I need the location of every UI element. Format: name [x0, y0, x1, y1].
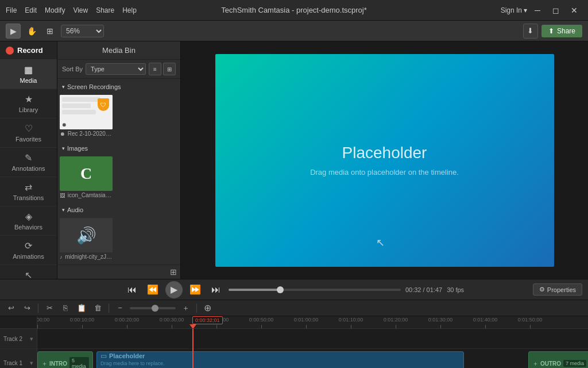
grid-toggle-button[interactable]: ⊞ — [170, 267, 177, 277]
redo-button[interactable]: ↪ — [21, 302, 33, 315]
track1-header: Track 1 ▾ — [0, 349, 37, 368]
properties-button[interactable]: ⚙ Properties — [533, 283, 582, 296]
timeline-scroll-area[interactable]: 0:00:32;01 0:00:00;00 0:00:10;00 0:00:20… — [37, 316, 588, 368]
go-to-end-button[interactable]: ⏭ — [208, 282, 224, 298]
sidebar-item-annotations[interactable]: ✎ Annotations — [0, 148, 57, 177]
sidebar-item-animations[interactable]: ⟳ Animations — [0, 236, 57, 265]
play-pause-button[interactable]: ▶ — [165, 281, 183, 298]
sort-bar: Sort By Type ≡ ⊞ — [57, 60, 180, 79]
main-area: Record ▦ Media ★ Library ♡ Favorites ✎ A… — [0, 41, 588, 279]
crop-tool-button[interactable]: ⊞ — [42, 24, 57, 39]
ruler-mark-2: 0:00:20;00 — [127, 320, 127, 328]
menu-modify[interactable]: Modify — [45, 6, 65, 14]
toolbar-right: ⬇ ⬆ Share — [523, 24, 582, 39]
image-label: 🖼 icon_Camtasia_51... — [60, 192, 113, 198]
transitions-icon: ⇄ — [25, 182, 32, 193]
window-controls: Sign In ▾ ─ ◻ ✕ — [501, 2, 582, 18]
audio-header[interactable]: ▾ Audio — [60, 204, 178, 216]
add-track-button[interactable]: ⊕ — [204, 302, 211, 313]
sidebar-item-favorites[interactable]: ♡ Favorites — [0, 118, 57, 148]
media-icon: ▦ — [24, 64, 33, 75]
image-item[interactable]: C 🖼 icon_Camtasia_51... — [60, 156, 113, 198]
ruler-mark-5: 0:00:50;00 — [261, 320, 262, 328]
track2-name: Track 2 — [3, 336, 22, 342]
cut-button[interactable]: ✂ — [43, 302, 56, 315]
sidebar-item-behaviors[interactable]: ◈ Behaviors — [0, 206, 57, 236]
playhead[interactable] — [192, 329, 194, 368]
playback-controls: ⏮ ⏪ ▶ ⏩ ⏭ 00:32 / 01:47 30 fps ⚙ Propert… — [0, 279, 588, 300]
audio-item[interactable]: 🔊 ♪ midnight-city_zJ3... — [60, 218, 113, 260]
track1-expand-icon[interactable]: ▾ — [30, 359, 33, 367]
step-back-button[interactable]: ⏪ — [145, 282, 161, 298]
grid-view-button[interactable]: ⊞ — [163, 63, 176, 75]
placeholder-icon: ▭ — [100, 352, 107, 360]
clip-placeholder-label: Placeholder — [109, 352, 145, 359]
preview-panel: Placeholder Drag media onto placeholder … — [181, 41, 588, 279]
undo-button[interactable]: ↩ — [5, 302, 17, 315]
playback-progress — [229, 289, 280, 291]
copy-button[interactable]: ⎘ — [59, 302, 72, 315]
playback-scrubber[interactable] — [229, 289, 401, 291]
sidebar-item-transitions[interactable]: ⇄ Transitions — [0, 177, 57, 206]
clip-outro[interactable]: ＋ OUTRO 7 media — [528, 351, 588, 368]
gear-icon: ⚙ — [539, 286, 545, 293]
screen-recordings-header[interactable]: ▾ Screen Recordings — [60, 81, 178, 93]
zoom-select[interactable]: 56% — [61, 25, 104, 37]
delete-button[interactable]: 🗑 — [91, 302, 104, 315]
cursor-effects-icon: ↖ — [25, 270, 32, 279]
clip-intro[interactable]: ＋ INTRO 5 media — [37, 351, 93, 368]
annotations-icon: ✎ — [25, 152, 32, 163]
zoom-in-button[interactable]: ＋ — [179, 302, 192, 315]
ruler-mark-11: 0:01:50;00 — [530, 320, 531, 328]
sidebar-item-library[interactable]: ★ Library — [0, 89, 57, 118]
close-button[interactable]: ✕ — [566, 2, 582, 18]
list-view-button[interactable]: ≡ — [149, 63, 161, 75]
hand-tool-button[interactable]: ✋ — [24, 24, 39, 39]
ruler-mark-1: 0:00:10;00 — [82, 320, 83, 328]
audio-thumbnail: 🔊 — [60, 218, 113, 252]
track1-row: ＋ INTRO 5 media ▭ Placeholder Drag media… — [37, 349, 588, 368]
images-header[interactable]: ▾ Images — [60, 143, 178, 154]
record-dot — [6, 47, 14, 55]
go-to-start-button[interactable]: ⏮ — [124, 282, 140, 298]
menu-view[interactable]: View — [73, 6, 88, 14]
separator — [196, 304, 197, 313]
menu-edit[interactable]: Edit — [25, 6, 37, 14]
menu-help[interactable]: Help — [122, 6, 137, 14]
signin-button[interactable]: Sign In ▾ — [501, 6, 527, 14]
audio-label: ♪ midnight-city_zJ3... — [60, 254, 113, 260]
share-icon: ⬆ — [548, 27, 554, 35]
minimize-button[interactable]: ─ — [529, 2, 546, 18]
download-button[interactable]: ⬇ — [523, 24, 538, 39]
sidebar-item-cursor-effects[interactable]: ↖ Cursor Effects — [0, 265, 57, 279]
ruler-mark-8: 0:01:20;00 — [396, 320, 396, 328]
zoom-slider[interactable] — [130, 307, 176, 309]
restore-button[interactable]: ◻ — [548, 2, 564, 18]
sidebar-item-media[interactable]: ▦ Media — [0, 60, 57, 89]
ruler-header — [0, 316, 37, 329]
share-button[interactable]: ⬆ Share — [541, 25, 582, 37]
step-forward-button[interactable]: ⏩ — [187, 282, 203, 298]
menu-share[interactable]: Share — [96, 6, 114, 14]
menu-file[interactable]: File — [6, 6, 17, 14]
images-items: C 🖼 icon_Camtasia_51... — [60, 154, 178, 201]
timeline-ruler: 0:00:32;01 0:00:00;00 0:00:10;00 0:00:20… — [37, 316, 588, 329]
track2-expand-icon[interactable]: ▾ — [30, 335, 33, 343]
separator — [109, 304, 109, 313]
zoom-out-button[interactable]: − — [114, 302, 126, 315]
recording-item[interactable]: 🛡 ⏺ ⏺ Rec 2-10-2020.trec — [60, 95, 113, 137]
animations-icon: ⟳ — [25, 240, 32, 251]
fps-display: 30 fps — [447, 286, 464, 293]
paste-button[interactable]: 📋 — [75, 302, 88, 315]
record-button[interactable]: Record — [0, 41, 57, 60]
images-section: ▾ Images C 🖼 icon_Camtasia_51... — [60, 143, 178, 201]
toolbar: ▶ ✋ ⊞ 56% ⬇ ⬆ Share — [0, 21, 588, 41]
clip-intro-count: 5 media — [69, 357, 89, 368]
clip-placeholder[interactable]: ▭ Placeholder Drag media here to replace… — [96, 351, 464, 368]
timeline-area: ↩ ↪ ✂ ⎘ 📋 🗑 − ＋ ⊕ Track 2 ▾ Track 1 ▾ — [0, 300, 588, 368]
clip-outro-count: 7 media — [563, 360, 586, 367]
ruler-mark-3: 0:00:30;00 — [172, 320, 172, 328]
select-tool-button[interactable]: ▶ — [6, 24, 21, 39]
sort-select[interactable]: Type — [86, 63, 146, 75]
ruler-mark-7: 0:01:10;00 — [351, 320, 351, 328]
